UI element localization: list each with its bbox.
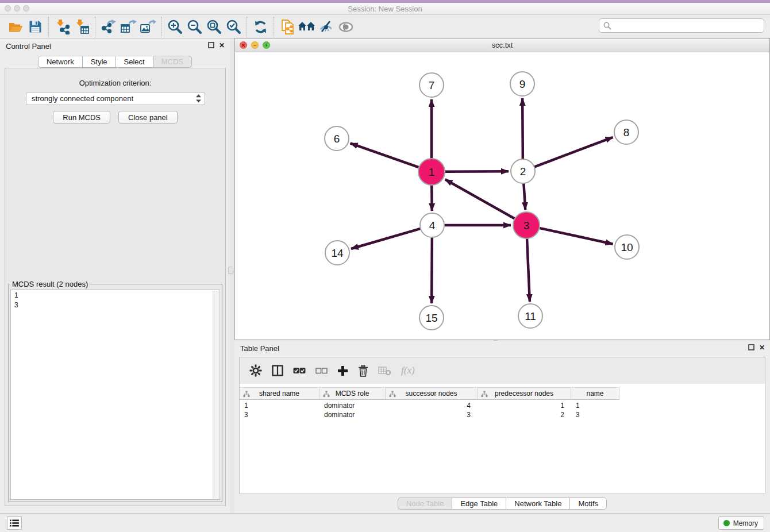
graph-edge-1-2[interactable]	[445, 171, 509, 172]
clone-network-button[interactable]	[278, 17, 297, 37]
zoom-out-button[interactable]	[184, 17, 204, 37]
column-header-shared-name[interactable]: shared name	[240, 388, 319, 399]
graph-node-label: 6	[334, 133, 340, 145]
show-eye-button[interactable]	[336, 17, 356, 37]
network-graph: 7968124314101511	[235, 53, 769, 340]
search-box[interactable]	[599, 18, 764, 33]
table-options-icon[interactable]	[249, 364, 262, 377]
column-header-predecessor-nodes[interactable]: predecessor nodes	[478, 388, 571, 399]
table-cell[interactable]: 1	[571, 401, 619, 410]
graph-edge-3-10[interactable]	[539, 228, 613, 244]
table-row[interactable]: 1dominator411	[240, 401, 619, 410]
task-history-button[interactable]	[7, 516, 22, 530]
show-all-networks-button[interactable]	[297, 17, 317, 37]
mcds-result-text[interactable]: 13	[10, 290, 220, 500]
mcds-result-group: MCDS result (2 nodes) 13	[8, 280, 222, 502]
main-toolbar	[0, 15, 770, 39]
control-panel: Control Panel ✕ NetworkStyleSelectMCDS O…	[0, 39, 230, 513]
table-cell[interactable]: 1	[478, 401, 571, 410]
export-network-icon	[101, 19, 117, 34]
tab-motifs[interactable]: Motifs	[569, 498, 607, 510]
close-panel-icon[interactable]: ✕	[219, 43, 225, 48]
column-type-icon	[243, 391, 250, 398]
export-image-button[interactable]	[138, 17, 157, 37]
column-header-MCDS-role[interactable]: MCDS role	[319, 388, 386, 399]
tab-style[interactable]: Style	[82, 56, 116, 68]
table-cell[interactable]: dominator	[319, 410, 386, 419]
graph-edge-4-14[interactable]	[351, 229, 421, 249]
zoom-selected-button[interactable]	[224, 17, 243, 37]
table-cell[interactable]: 1	[240, 401, 319, 410]
show-all-networks-icon	[298, 21, 315, 33]
toolbar-separator	[48, 17, 49, 37]
result-scrollbar[interactable]	[213, 291, 219, 499]
graph-edge-2-3[interactable]	[523, 183, 525, 210]
graph-edge-3-11[interactable]	[527, 238, 530, 302]
table-cell[interactable]: 4	[386, 401, 478, 410]
table-cell[interactable]: 2	[478, 410, 571, 419]
graph-edge-2-9[interactable]	[522, 98, 523, 159]
save-session-button[interactable]	[25, 17, 45, 37]
import-table-icon	[74, 19, 90, 34]
search-input[interactable]	[614, 20, 764, 32]
table-cell[interactable]: 3	[386, 410, 478, 419]
table-rows: 1dominator4113dominator323	[240, 401, 619, 419]
graph-edge-1-6[interactable]	[351, 143, 419, 167]
hide-all-columns-icon[interactable]	[315, 368, 328, 374]
graph-node-label: 4	[429, 219, 436, 232]
refresh-view-button[interactable]	[251, 17, 270, 37]
optimization-criterion-select[interactable]: strongly connected component	[26, 92, 205, 105]
delete-columns-icon[interactable]	[358, 365, 368, 377]
tab-network-table[interactable]: Network Table	[506, 498, 570, 510]
hide-others-button[interactable]	[317, 17, 336, 37]
zoom-fit-icon	[206, 19, 222, 34]
tab-mcds[interactable]: MCDS	[153, 56, 192, 68]
tab-edge-table[interactable]: Edge Table	[452, 498, 506, 510]
table-cell[interactable]: dominator	[319, 401, 386, 410]
app-title: Session: New Session	[0, 5, 770, 13]
tab-node-table[interactable]: Node Table	[398, 498, 453, 510]
create-column-icon[interactable]	[337, 365, 348, 376]
table-row[interactable]: 3dominator323	[240, 410, 619, 419]
tab-select[interactable]: Select	[116, 56, 153, 68]
zoom-fit-button[interactable]	[204, 17, 224, 37]
graph-edge-4-15[interactable]	[432, 237, 432, 303]
export-network-button[interactable]	[99, 17, 118, 37]
tab-network[interactable]: Network	[38, 56, 83, 68]
float-panel-icon[interactable]	[208, 42, 214, 48]
column-header-successor-nodes[interactable]: successor nodes	[386, 388, 478, 399]
open-file-button[interactable]	[6, 17, 25, 37]
show-all-columns-icon[interactable]	[293, 367, 306, 374]
zoom-in-icon	[167, 19, 183, 34]
mcds-result-line: 1	[14, 291, 220, 300]
network-canvas[interactable]: 7968124314101511	[235, 53, 769, 340]
toolbar-separator	[95, 17, 95, 37]
memory-label: Memory	[733, 519, 758, 527]
run-mcds-button[interactable]: Run MCDS	[53, 111, 110, 124]
table-cell[interactable]: 3	[240, 410, 319, 419]
table-cell[interactable]: 3	[571, 410, 619, 419]
optimization-criterion-label: Optimization criterion:	[5, 79, 225, 87]
graph-node-label: 2	[520, 165, 526, 178]
float-table-panel-icon[interactable]	[748, 344, 754, 350]
export-table-button[interactable]	[118, 17, 138, 37]
vertical-splitter-grip[interactable]	[228, 267, 233, 274]
graph-edge-2-8[interactable]	[534, 137, 613, 167]
import-network-icon	[55, 19, 70, 34]
graph-edge-3-1[interactable]	[445, 179, 515, 218]
network-window-titlebar[interactable]: ✕ − + scc.txt	[235, 38, 769, 52]
column-header-name[interactable]: name	[571, 388, 619, 399]
memory-button[interactable]: Memory	[718, 516, 764, 530]
graph-node-label: 1	[429, 166, 435, 178]
column-view-icon[interactable]	[272, 365, 283, 376]
table-panel: Table Panel ✕	[234, 341, 770, 513]
close-panel-button[interactable]: Close panel	[118, 111, 178, 124]
select-chevrons-icon	[196, 94, 201, 103]
close-table-panel-icon[interactable]: ✕	[759, 345, 765, 350]
toolbar-separator	[274, 17, 274, 37]
zoom-in-button[interactable]	[165, 17, 184, 37]
import-table-button[interactable]	[72, 17, 91, 37]
mcds-result-title: MCDS result (2 nodes)	[10, 280, 90, 288]
graph-node-label: 11	[525, 310, 536, 322]
import-network-button[interactable]	[52, 17, 72, 37]
